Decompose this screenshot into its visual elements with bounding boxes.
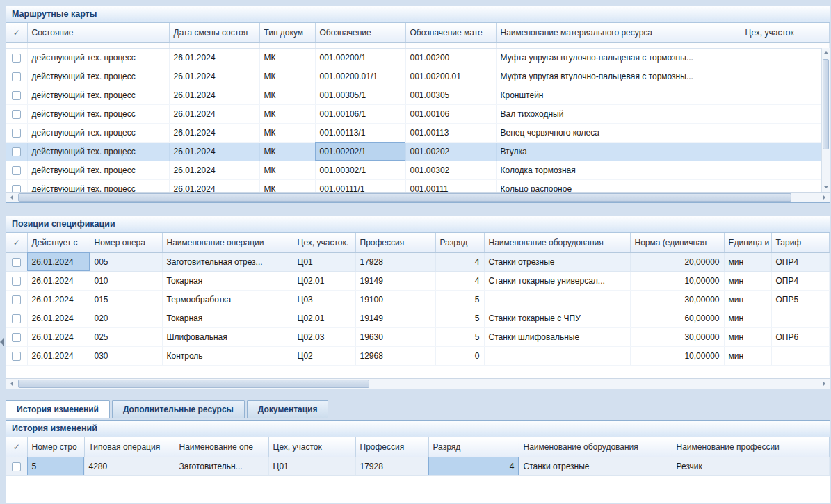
cell-op_name[interactable]: Контроль [162,346,293,365]
cell-shop[interactable] [741,161,830,179]
cell-shop[interactable] [741,67,830,86]
cell-date[interactable]: 26.01.2024 [169,179,259,193]
table-row[interactable]: действующий тех. процесс26.01.2024МК001.… [6,179,830,193]
splitter-collapse-arrow[interactable] [0,338,4,346]
cell-valid_from[interactable]: 26.01.2024 [27,271,90,290]
cell-tariff[interactable]: ОПР4 [771,252,830,271]
cell-date[interactable]: 26.01.2024 [169,161,259,179]
column-header-profession-name[interactable]: Наименование профессии [672,437,830,457]
column-header-grade[interactable]: Разряд [428,437,519,457]
cell-shop[interactable]: Ц03 [293,290,355,309]
cell-designation[interactable]: 001.00200/1 [315,48,405,67]
column-header-designation[interactable]: Обозначение [315,23,405,42]
cell-valid_from[interactable]: 26.01.2024 [27,327,90,346]
cell-profession_name[interactable]: Резчик [672,457,830,475]
cell-op_num[interactable]: 030 [90,346,162,365]
cell-material_designation[interactable]: 001.00200.01 [405,67,496,86]
select-all-header[interactable]: ✓ [6,23,27,42]
cell-equipment[interactable]: Станки токарные универсал... [484,271,630,290]
table-row[interactable]: 26.01.2024030КонтрольЦ0212968010,00000ми… [6,346,830,365]
cell-profession[interactable]: 17928 [355,457,428,475]
cell-op_name[interactable]: Термообработка [162,290,293,309]
cell-designation[interactable]: 001.00305/1 [315,86,405,104]
scroll-right-arrow[interactable] [818,379,830,389]
cell-shop[interactable]: Ц02.01 [293,309,355,327]
vscrollbar-thumb[interactable] [823,59,829,149]
column-header-equipment[interactable]: Наименование оборудования [519,437,672,457]
cell-shop[interactable] [741,48,830,67]
table-row[interactable]: действующий тех. процесс26.01.2024МК001.… [6,67,830,86]
row-checkbox[interactable] [12,333,21,342]
cell-unit[interactable]: мин [724,271,771,290]
row-checkbox[interactable] [12,72,21,81]
cell-row_num[interactable]: 5 [27,457,84,475]
cell-grade[interactable]: 5 [435,309,484,327]
table-row[interactable]: 26.01.2024025ШлифовальнаяЦ02.03196305Ста… [6,327,830,346]
tab-additional-resources[interactable]: Дополнительные ресурсы [112,400,245,418]
cell-unit[interactable]: мин [724,346,771,365]
cell-valid_from[interactable]: 26.01.2024 [27,346,90,365]
cell-material_designation[interactable]: 001.00106 [405,104,496,123]
cell-name[interactable]: Кронштейн [496,86,741,104]
cell-date[interactable]: 26.01.2024 [169,104,259,123]
cell-shop[interactable] [741,86,830,104]
cell-norm[interactable]: 30,00000 [630,327,724,346]
cell-state[interactable]: действующий тех. процесс [27,123,169,142]
cell-equipment[interactable]: Станки токарные с ЧПУ [484,309,630,327]
cell-op_name[interactable]: Заготовительная отрез... [162,252,293,271]
column-header-shop[interactable]: Цех, участок [268,437,355,457]
cell-op_name[interactable]: Заготовительн... [175,457,268,475]
cell-valid_from[interactable]: 26.01.2024 [27,290,90,309]
cell-doc_type[interactable]: МК [259,161,315,179]
cell-material_designation[interactable]: 001.00113 [405,123,496,142]
row-checkbox[interactable] [12,352,21,361]
scroll-left-arrow[interactable] [6,379,17,389]
column-header-equipment[interactable]: Наименование оборудования [484,233,630,252]
row-checkbox[interactable] [12,147,21,156]
cell-name[interactable]: Вал тихоходный [496,104,741,123]
cell-op_num[interactable]: 010 [90,271,162,290]
table-row[interactable]: действующий тех. процесс26.01.2024МК001.… [6,142,830,161]
cell-profession[interactable]: 19149 [355,271,435,290]
column-header-op-name[interactable]: Наименование операции [162,233,293,252]
table-row[interactable]: 26.01.2024020ТокарнаяЦ02.01191495Станки … [6,309,830,327]
column-header-valid-from[interactable]: Действует с [27,233,90,252]
select-all-header[interactable]: ✓ [6,437,27,457]
cell-date[interactable]: 26.01.2024 [169,86,259,104]
cell-tariff[interactable]: ОПР4 [771,271,830,290]
cell-designation[interactable]: 001.00106/1 [315,104,405,123]
cell-shop[interactable]: Ц02 [293,346,355,365]
row-checkbox[interactable] [12,129,21,138]
cell-valid_from[interactable]: 26.01.2024 [27,252,90,271]
column-header-shop[interactable]: Цех, участок. [293,233,355,252]
cell-designation[interactable]: 001.00200.01/1 [315,67,405,86]
cell-grade[interactable]: 5 [435,327,484,346]
cell-designation[interactable]: 001.00111/1 [315,179,405,193]
cell-name[interactable]: Кольцо распорное [496,179,741,193]
cell-doc_type[interactable]: МК [259,104,315,123]
table-row[interactable]: действующий тех. процесс26.01.2024МК001.… [6,104,830,123]
row-checkbox[interactable] [12,54,21,63]
cell-shop[interactable] [741,142,830,161]
row-checkbox[interactable] [12,314,21,323]
cell-op_num[interactable]: 005 [90,252,162,271]
row-checkbox[interactable] [12,110,21,119]
cell-unit[interactable]: мин [724,252,771,271]
scroll-up-arrow[interactable] [822,48,830,58]
row-checkbox[interactable] [12,91,21,100]
cell-profession[interactable]: 19100 [355,290,435,309]
table-row[interactable]: 26.01.2024015ТермообработкаЦ0319100530,0… [6,290,830,309]
cell-name[interactable]: Муфта упругая втулочно-пальцевая с тормо… [496,48,741,67]
cell-equipment[interactable] [484,346,630,365]
cell-state[interactable]: действующий тех. процесс [27,67,169,86]
cell-shop[interactable] [741,123,830,142]
tab-documentation[interactable]: Документация [247,400,329,418]
hscrollbar-thumb[interactable] [18,193,791,202]
cell-shop[interactable]: Ц02.01 [293,271,355,290]
table-row[interactable]: действующий тех. процесс26.01.2024МК001.… [6,86,830,104]
table-row[interactable]: действующий тех. процесс26.01.2024МК001.… [6,123,830,142]
cell-equipment[interactable]: Станки отрезные [484,252,630,271]
cell-grade[interactable]: 5 [435,290,484,309]
cell-state[interactable]: действующий тех. процесс [27,161,169,179]
scroll-left-arrow[interactable] [6,193,17,202]
